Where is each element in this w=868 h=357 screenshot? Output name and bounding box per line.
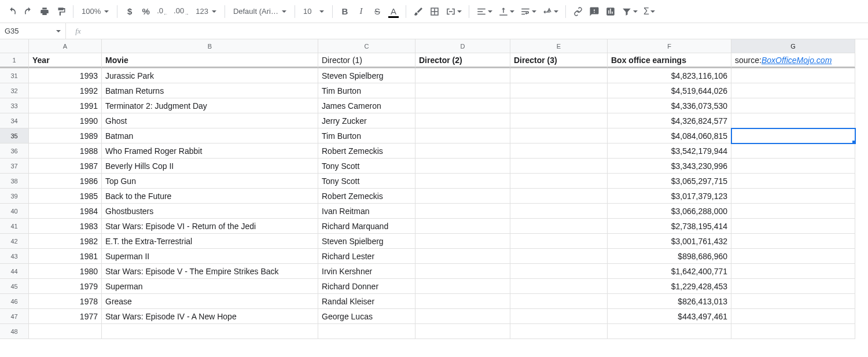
cell[interactable]: [510, 324, 608, 339]
cell[interactable]: 1981: [29, 249, 102, 264]
cell[interactable]: Top Gun: [102, 174, 318, 189]
cell[interactable]: [415, 174, 510, 189]
row-header[interactable]: 31: [0, 68, 29, 83]
cell[interactable]: $4,823,116,106: [608, 68, 731, 83]
cell[interactable]: Randal Kleiser: [318, 294, 415, 309]
cell[interactable]: [731, 219, 855, 234]
cell[interactable]: [510, 294, 608, 309]
cell[interactable]: Grease: [102, 294, 318, 309]
filter-button[interactable]: [619, 4, 640, 19]
cell[interactable]: Star Wars: Episode VI - Return of the Je…: [102, 219, 318, 234]
cell[interactable]: [510, 219, 608, 234]
cell[interactable]: [731, 279, 855, 294]
cell[interactable]: Batman Returns: [102, 83, 318, 98]
col-header-G[interactable]: G: [731, 39, 855, 53]
cell[interactable]: [510, 83, 608, 98]
cell[interactable]: Richard Marquand: [318, 219, 415, 234]
cell[interactable]: [510, 159, 608, 174]
cell[interactable]: [731, 159, 855, 174]
cell[interactable]: [731, 113, 855, 128]
cell[interactable]: [731, 309, 855, 324]
cell[interactable]: [415, 294, 510, 309]
cell[interactable]: [415, 264, 510, 279]
cell[interactable]: [102, 324, 318, 339]
col-header-A[interactable]: A: [29, 39, 102, 53]
insert-chart-button[interactable]: [603, 4, 618, 19]
cell[interactable]: $443,497,461: [608, 309, 731, 324]
zoom-select[interactable]: 100%: [78, 4, 112, 19]
cell[interactable]: Irvin Kershner: [318, 264, 415, 279]
cell[interactable]: [510, 98, 608, 113]
select-all-corner[interactable]: [0, 39, 29, 53]
cell[interactable]: 1979: [29, 279, 102, 294]
cell[interactable]: [510, 309, 608, 324]
cell[interactable]: Tim Burton: [318, 83, 415, 98]
row-header[interactable]: 47: [0, 309, 29, 324]
cell[interactable]: Year: [29, 53, 102, 68]
cell[interactable]: $3,066,288,000: [608, 204, 731, 219]
cell[interactable]: [731, 98, 855, 113]
cell[interactable]: [415, 128, 510, 143]
cell[interactable]: Tim Burton: [318, 128, 415, 143]
number-format-select[interactable]: 123: [192, 4, 220, 19]
cell[interactable]: 1984: [29, 204, 102, 219]
print-button[interactable]: [37, 4, 52, 19]
cell[interactable]: 1990: [29, 113, 102, 128]
row-header[interactable]: 1: [0, 53, 29, 68]
font-size-select[interactable]: 10: [300, 4, 328, 19]
percent-button[interactable]: %: [138, 4, 153, 19]
cell[interactable]: [608, 324, 731, 339]
cell[interactable]: [415, 309, 510, 324]
cell[interactable]: [731, 83, 855, 98]
cell[interactable]: $4,326,824,577: [608, 113, 731, 128]
cell[interactable]: [510, 68, 608, 83]
cell[interactable]: Richard Donner: [318, 279, 415, 294]
cell[interactable]: $1,642,400,771: [608, 264, 731, 279]
cell[interactable]: Jurassic Park: [102, 68, 318, 83]
cell[interactable]: [415, 159, 510, 174]
row-header[interactable]: 41: [0, 219, 29, 234]
cell[interactable]: [731, 324, 855, 339]
row-header[interactable]: 38: [0, 174, 29, 189]
cell[interactable]: [510, 174, 608, 189]
cell[interactable]: 1989: [29, 128, 102, 143]
horizontal-align-button[interactable]: [474, 4, 495, 19]
cell[interactable]: Tony Scott: [318, 159, 415, 174]
cell[interactable]: [510, 128, 608, 143]
cell[interactable]: [415, 249, 510, 264]
cell[interactable]: [415, 83, 510, 98]
cell[interactable]: $4,084,060,815: [608, 128, 731, 143]
cell[interactable]: 1988: [29, 143, 102, 159]
font-select[interactable]: Default (Ari…: [230, 4, 290, 19]
cell[interactable]: 1980: [29, 264, 102, 279]
cell[interactable]: $3,065,297,715: [608, 174, 731, 189]
cell[interactable]: Ghost: [102, 113, 318, 128]
cell[interactable]: $4,336,073,530: [608, 98, 731, 113]
cell[interactable]: [510, 264, 608, 279]
cell[interactable]: [510, 234, 608, 249]
formula-bar[interactable]: [90, 23, 868, 39]
cell[interactable]: [731, 68, 855, 83]
cell[interactable]: 1986: [29, 174, 102, 189]
cell[interactable]: Terminator 2: Judgment Day: [102, 98, 318, 113]
row-header[interactable]: 39: [0, 189, 29, 204]
cell[interactable]: [415, 324, 510, 339]
text-color-button[interactable]: A: [386, 4, 401, 19]
cell[interactable]: 1993: [29, 68, 102, 83]
col-header-F[interactable]: F: [608, 39, 731, 53]
fill-color-button[interactable]: [411, 4, 426, 19]
cell[interactable]: Movie: [102, 53, 318, 68]
cell[interactable]: [510, 143, 608, 159]
cell[interactable]: $1,229,428,453: [608, 279, 731, 294]
cell[interactable]: 1985: [29, 189, 102, 204]
col-header-B[interactable]: B: [102, 39, 318, 53]
cell[interactable]: [510, 113, 608, 128]
insert-comment-button[interactable]: [587, 4, 602, 19]
cell[interactable]: [510, 279, 608, 294]
cell[interactable]: [510, 189, 608, 204]
row-header[interactable]: 43: [0, 249, 29, 264]
col-header-E[interactable]: E: [510, 39, 608, 53]
bold-button[interactable]: B: [337, 4, 352, 19]
col-header-C[interactable]: C: [318, 39, 415, 53]
cell[interactable]: Batman: [102, 128, 318, 143]
